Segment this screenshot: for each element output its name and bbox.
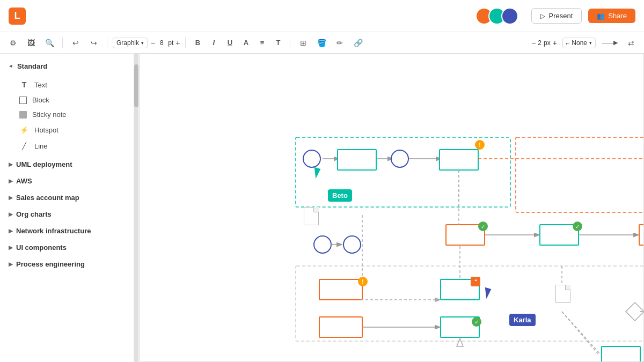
doc-icon-2	[555, 285, 570, 303]
arrow-style-select[interactable]: ——▶	[599, 35, 620, 50]
font-size-unit: pt	[168, 39, 173, 47]
cursor-beto	[312, 167, 321, 179]
sidebar-item-line[interactable]: ╱ Line	[0, 138, 134, 154]
underline-button[interactable]: U	[223, 36, 236, 49]
sidebar-item-hotspot[interactable]: ⚡ Hotspot	[0, 122, 134, 138]
sidebar-item-block[interactable]: Block	[0, 93, 134, 107]
font-size-minus[interactable]: −	[151, 39, 155, 47]
toolbar: ⚙ 🖼 🔍 ↩ ↪ Graphik ▾ − 8 pt + B I U A ≡ T…	[0, 32, 644, 54]
svg-point-38	[391, 150, 408, 167]
sidebar: ▼ Standard T Text Block Sticky note ⚡ Ho…	[0, 54, 134, 362]
stroke-control: − 2 px +	[531, 39, 557, 47]
svg-line-32	[562, 312, 599, 356]
badge-warning-1: !	[475, 140, 485, 150]
svg-line-31	[562, 312, 602, 356]
badge-check-2: ✓	[573, 221, 582, 231]
chevron-right-icon: ▶	[9, 195, 13, 201]
svg-rect-1	[516, 137, 643, 212]
sidebar-section-uml[interactable]: ▶ UML deployment	[0, 156, 134, 173]
strikethrough-button[interactable]: T	[272, 36, 284, 49]
pen-icon[interactable]: ✏	[332, 35, 347, 50]
chevron-right-icon: ▶	[9, 245, 13, 250]
svg-rect-4	[338, 150, 376, 170]
section-label: Standard	[17, 62, 47, 70]
diagram: ! ✓ ✓ ! ❝ ✓	[140, 54, 643, 361]
font-dropdown-icon: ▾	[141, 40, 144, 46]
table-icon[interactable]: ⊞	[296, 35, 311, 50]
text-shape-icon: T	[19, 80, 29, 90]
bold-button[interactable]: B	[191, 36, 204, 49]
canvas-area[interactable]: ! ✓ ✓ ! ❝ ✓	[134, 54, 644, 362]
link-icon[interactable]: 🔗	[350, 35, 365, 50]
chevron-down-icon: ▼	[8, 64, 14, 69]
sidebar-item-text[interactable]: T Text	[0, 77, 134, 93]
corner-icon: ⌐	[566, 40, 569, 46]
scroll-bar[interactable]	[134, 54, 138, 362]
divider-2	[107, 38, 107, 48]
svg-rect-27	[626, 302, 643, 321]
standard-items: T Text Block Sticky note ⚡ Hotspot ╱ Lin…	[0, 75, 134, 156]
search-icon[interactable]: 🔍	[42, 35, 57, 50]
chevron-right-icon: ▶	[9, 161, 13, 167]
fill-icon[interactable]: 🪣	[314, 35, 329, 50]
chevron-right-icon: ▶	[9, 228, 13, 234]
stroke-unit: px	[544, 39, 551, 47]
plugin-icon[interactable]: ⚙	[5, 35, 20, 50]
svg-rect-21	[319, 317, 362, 337]
sticky-note-shape-icon	[19, 111, 27, 119]
badge-check-3: ✓	[472, 317, 481, 327]
swap-icon[interactable]: ⇄	[624, 35, 639, 50]
present-icon: ▷	[540, 12, 545, 20]
chevron-right-icon: ▶	[9, 211, 13, 217]
share-button[interactable]: 👥 Share	[588, 9, 635, 23]
stroke-minus[interactable]: −	[531, 39, 536, 47]
avatar-3[interactable]	[501, 8, 518, 25]
app-logo[interactable]: L	[9, 8, 26, 25]
corner-style-select[interactable]: ⌐ None ▾	[562, 38, 596, 48]
svg-rect-2	[296, 266, 643, 341]
divider-1	[62, 38, 63, 48]
italic-button[interactable]: I	[207, 36, 220, 49]
divider-4	[290, 38, 290, 48]
font-size-plus[interactable]: +	[175, 39, 180, 47]
image-icon[interactable]: 🖼	[24, 35, 39, 50]
divider-3	[185, 38, 186, 48]
doc-icon-1	[304, 207, 319, 225]
stroke-plus[interactable]: +	[553, 39, 557, 47]
text-color-button[interactable]: A	[239, 36, 252, 49]
scroll-thumb[interactable]	[134, 64, 138, 107]
font-family-select[interactable]: Graphik ▾	[113, 38, 148, 48]
present-button[interactable]: ▷ Present	[531, 8, 582, 24]
sidebar-section-standard[interactable]: ▼ Standard	[0, 58, 134, 75]
undo-icon[interactable]: ↩	[68, 35, 83, 50]
svg-rect-7	[440, 150, 478, 170]
share-icon: 👥	[597, 12, 605, 20]
sidebar-item-sticky-note[interactable]: Sticky note	[0, 107, 134, 122]
chevron-right-icon: ▶	[9, 178, 13, 184]
arrows-layer	[140, 54, 643, 361]
avatar-group	[475, 8, 518, 25]
sidebar-section-org[interactable]: ▶ Org charts	[0, 206, 134, 223]
svg-rect-30	[602, 346, 640, 361]
stroke-size-value: 2	[538, 39, 541, 47]
font-size-value: 8	[157, 39, 166, 47]
align-button[interactable]: ≡	[255, 36, 268, 49]
svg-point-10	[343, 236, 361, 253]
badge-warning-2: !	[358, 277, 368, 286]
main-area: ▼ Standard T Text Block Sticky note ⚡ Ho…	[0, 54, 644, 362]
sidebar-section-sales[interactable]: ▶ Sales account map	[0, 189, 134, 206]
svg-rect-20	[319, 279, 362, 300]
redo-icon[interactable]: ↪	[86, 35, 101, 50]
canvas-content[interactable]: ! ✓ ✓ ! ❝ ✓	[140, 54, 644, 362]
hotspot-shape-icon: ⚡	[19, 125, 29, 135]
sidebar-section-network[interactable]: ▶ Network infrastructure	[0, 223, 134, 239]
sidebar-section-ui[interactable]: ▶ UI components	[0, 239, 134, 256]
badge-check-1: ✓	[478, 221, 488, 231]
sidebar-section-process[interactable]: ▶ Process engineering	[0, 256, 134, 272]
svg-rect-13	[639, 225, 643, 245]
sidebar-section-aws[interactable]: ▶ AWS	[0, 173, 134, 189]
svg-point-37	[303, 150, 320, 167]
karla-label: Karla	[509, 314, 536, 326]
topbar: L ▷ Present 👥 Share	[0, 0, 644, 32]
badge-quote-1: ❝	[471, 277, 480, 286]
